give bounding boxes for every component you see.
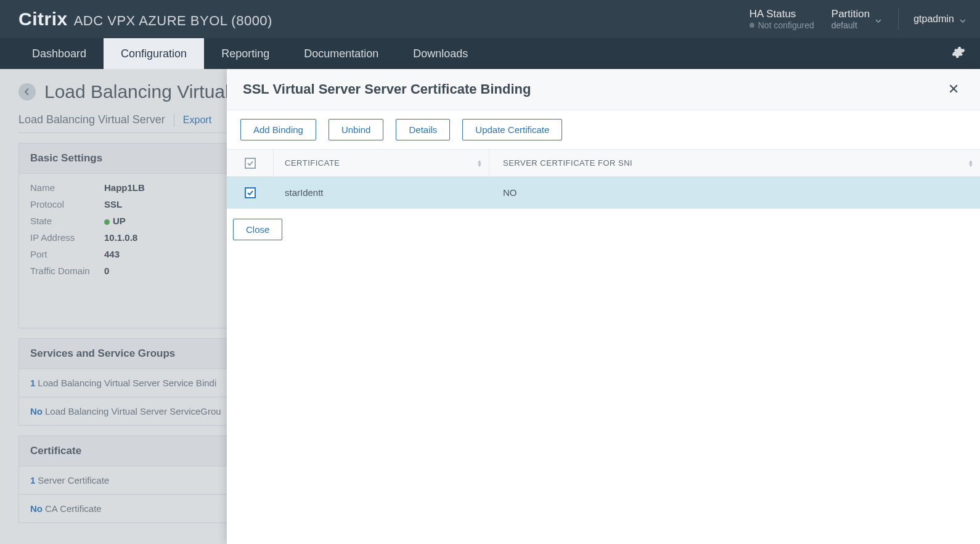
- label-traffic-domain: Traffic Domain: [30, 266, 104, 276]
- cell-certificate: starIdentt: [274, 187, 489, 198]
- ha-status-value: Not configured: [749, 20, 814, 30]
- brand: Citrix ADC VPX AZURE BYOL (8000): [18, 9, 272, 30]
- close-button[interactable]: Close: [233, 219, 282, 240]
- export-link[interactable]: Export: [183, 115, 211, 126]
- label-port: Port: [30, 249, 104, 259]
- select-all-checkbox[interactable]: [245, 158, 256, 169]
- up-dot-icon: [104, 219, 110, 225]
- tab-configuration[interactable]: Configuration: [104, 38, 204, 69]
- col-sni[interactable]: SERVER CERTIFICATE FOR SNI ▲▼: [489, 150, 980, 176]
- page-title: Load Balancing Virtual: [44, 81, 229, 102]
- tab-documentation[interactable]: Documentation: [287, 38, 396, 69]
- table-header: CERTIFICATE ▲▼ SERVER CERTIFICATE FOR SN…: [227, 150, 980, 177]
- label-state: State: [30, 216, 104, 226]
- modal-footer: Close: [227, 209, 980, 250]
- table-row[interactable]: starIdentt NO: [227, 177, 980, 209]
- close-icon[interactable]: ✕: [943, 79, 964, 100]
- modal-ssl-cert-binding: SSL Virtual Server Server Certificate Bi…: [227, 69, 980, 544]
- partition-label: Partition: [831, 8, 870, 20]
- tab-downloads[interactable]: Downloads: [396, 38, 485, 69]
- breadcrumb: Load Balancing Virtual Server: [18, 113, 165, 126]
- navbar: Dashboard Configuration Reporting Docume…: [0, 38, 980, 69]
- modal-toolbar: Add Binding Unbind Details Update Certif…: [227, 110, 980, 149]
- user-dropdown[interactable]: gtpadmin: [898, 8, 965, 30]
- col-certificate[interactable]: CERTIFICATE ▲▼: [274, 150, 489, 176]
- label-protocol: Protocol: [30, 199, 104, 209]
- binding-table: CERTIFICATE ▲▼ SERVER CERTIFICATE FOR SN…: [227, 149, 980, 209]
- breadcrumb-separator: [174, 114, 174, 126]
- unbind-button[interactable]: Unbind: [329, 119, 384, 140]
- sort-icon: ▲▼: [968, 160, 974, 167]
- back-button[interactable]: [18, 83, 36, 100]
- gear-icon[interactable]: [952, 46, 965, 62]
- ha-status-label: HA Status: [749, 8, 814, 20]
- update-certificate-button[interactable]: Update Certificate: [462, 119, 562, 140]
- partition-value: default: [831, 20, 870, 30]
- sort-icon: ▲▼: [477, 160, 483, 167]
- modal-title: SSL Virtual Server Server Certificate Bi…: [243, 81, 531, 97]
- label-ip: IP Address: [30, 232, 104, 243]
- topbar-right: HA Status Not configured Partition defau…: [749, 8, 965, 30]
- modal-header: SSL Virtual Server Server Certificate Bi…: [227, 69, 980, 110]
- tab-reporting[interactable]: Reporting: [204, 38, 287, 69]
- topbar: Citrix ADC VPX AZURE BYOL (8000) HA Stat…: [0, 0, 980, 38]
- cell-sni: NO: [489, 187, 980, 198]
- details-button[interactable]: Details: [396, 119, 450, 140]
- partition-dropdown[interactable]: Partition default: [831, 8, 881, 30]
- label-name: Name: [30, 182, 104, 193]
- user-name: gtpadmin: [913, 14, 954, 25]
- ha-status: HA Status Not configured: [749, 8, 814, 30]
- brand-sub: ADC VPX AZURE BYOL (8000): [74, 13, 272, 29]
- status-dot-icon: [749, 23, 754, 28]
- chevron-down-icon: [875, 16, 881, 22]
- tab-dashboard[interactable]: Dashboard: [15, 38, 104, 69]
- row-checkbox[interactable]: [245, 187, 256, 198]
- brand-main: Citrix: [18, 9, 68, 30]
- chevron-down-icon: [959, 16, 965, 22]
- add-binding-button[interactable]: Add Binding: [240, 119, 316, 140]
